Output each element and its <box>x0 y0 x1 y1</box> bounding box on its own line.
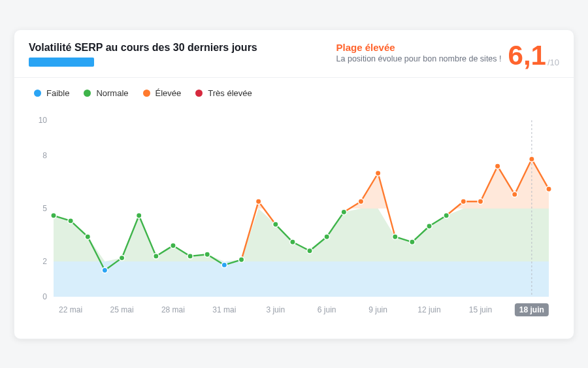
data-point[interactable] <box>273 222 278 227</box>
svg-text:12 juin: 12 juin <box>417 305 440 314</box>
data-point[interactable] <box>188 253 193 258</box>
x-tick: 28 mai <box>161 305 185 314</box>
band-low <box>54 261 549 297</box>
svg-text:0: 0 <box>42 292 47 301</box>
data-point[interactable] <box>204 252 210 257</box>
title-accent-bar <box>29 58 94 67</box>
score-value: 6,1 <box>508 42 546 69</box>
status-subtitle: La position évolue pour bon nombre de si… <box>336 54 502 63</box>
legend-label: Faible <box>46 88 69 98</box>
svg-text:5: 5 <box>42 204 47 213</box>
data-point[interactable] <box>119 255 124 260</box>
svg-text:25 mai: 25 mai <box>110 305 134 314</box>
data-point[interactable] <box>221 262 227 267</box>
header-left: Volatilité SERP au cours des 30 derniers… <box>29 42 257 69</box>
svg-text:6 juin: 6 juin <box>318 305 336 314</box>
data-point[interactable] <box>154 253 159 258</box>
data-point[interactable] <box>358 199 363 204</box>
dot-icon <box>34 90 41 97</box>
x-tick: 31 mai <box>212 305 236 314</box>
data-point[interactable] <box>307 248 312 253</box>
card-title: Volatilité SERP au cours des 30 derniers… <box>29 42 257 54</box>
x-tick: 25 mai <box>110 305 134 314</box>
svg-text:18 juin: 18 juin <box>519 305 544 314</box>
x-tick: 22 mai <box>59 305 82 314</box>
svg-text:9 juin: 9 juin <box>368 305 387 314</box>
data-point[interactable] <box>136 212 141 218</box>
legend-high[interactable]: Élevée <box>143 88 182 98</box>
y-tick: 2 <box>42 257 47 266</box>
data-point[interactable] <box>102 267 107 273</box>
svg-text:22 mai: 22 mai <box>59 305 82 314</box>
legend-label: Très élevée <box>208 88 252 98</box>
band-high <box>350 173 387 209</box>
header-right: Plage élevée La position évolue pour bon… <box>336 42 559 69</box>
data-point[interactable] <box>68 218 73 223</box>
svg-text:2: 2 <box>42 257 47 266</box>
data-point[interactable] <box>444 212 449 218</box>
data-point[interactable] <box>171 243 176 248</box>
data-point[interactable] <box>290 239 295 244</box>
data-point[interactable] <box>324 234 329 239</box>
data-point[interactable] <box>410 239 415 244</box>
data-point[interactable] <box>375 170 380 175</box>
data-point[interactable] <box>529 156 534 161</box>
data-point[interactable] <box>238 257 244 262</box>
chart-legend: Faible Normale Élevée Très élevée <box>14 78 574 102</box>
legend-normal[interactable]: Normale <box>84 88 128 98</box>
dot-icon <box>84 90 91 97</box>
x-tick: 12 juin <box>417 305 440 314</box>
card-header: Volatilité SERP au cours des 30 derniers… <box>14 30 574 78</box>
svg-text:10: 10 <box>39 116 48 125</box>
legend-label: Normale <box>96 88 128 98</box>
data-point[interactable] <box>546 186 551 192</box>
data-point[interactable] <box>85 234 90 239</box>
band-normal <box>54 209 549 261</box>
y-tick: 10 <box>39 116 48 125</box>
data-point[interactable] <box>461 199 466 204</box>
status-text-block: Plage élevée La position évolue pour bon… <box>336 42 502 63</box>
dot-icon <box>143 90 150 97</box>
legend-low[interactable]: Faible <box>34 88 69 98</box>
volatility-card: Volatilité SERP au cours des 30 derniers… <box>14 29 574 339</box>
svg-text:15 juin: 15 juin <box>469 305 492 314</box>
y-tick: 5 <box>42 204 47 213</box>
data-point[interactable] <box>341 209 346 214</box>
legend-vhigh[interactable]: Très élevée <box>195 88 252 98</box>
data-point[interactable] <box>51 212 56 218</box>
data-point[interactable] <box>255 199 261 204</box>
data-point[interactable] <box>495 163 500 169</box>
data-point[interactable] <box>512 192 517 197</box>
status-title: Plage élevée <box>336 42 502 53</box>
y-tick: 0 <box>42 292 47 301</box>
chart-area: 02581022 mai25 mai28 mai31 mai3 juin6 ju… <box>14 102 574 339</box>
x-tick: 3 juin <box>266 305 285 314</box>
x-tick: 18 juin <box>515 303 549 316</box>
legend-label: Élevée <box>155 88 182 98</box>
svg-text:28 mai: 28 mai <box>161 305 185 314</box>
y-tick: 8 <box>42 151 47 160</box>
dot-icon <box>195 90 203 97</box>
score-display: 6,1 /10 <box>508 42 559 69</box>
data-point[interactable] <box>427 223 432 228</box>
svg-text:31 mai: 31 mai <box>212 305 236 314</box>
data-point[interactable] <box>393 234 398 239</box>
svg-text:3 juin: 3 juin <box>266 305 285 314</box>
volatility-chart[interactable]: 02581022 mai25 mai28 mai31 mai3 juin6 ju… <box>29 109 561 324</box>
svg-text:8: 8 <box>42 151 47 160</box>
x-tick: 15 juin <box>469 305 492 314</box>
x-tick: 9 juin <box>368 305 387 314</box>
x-tick: 6 juin <box>318 305 336 314</box>
score-outof: /10 <box>546 58 559 69</box>
data-point[interactable] <box>478 199 483 204</box>
